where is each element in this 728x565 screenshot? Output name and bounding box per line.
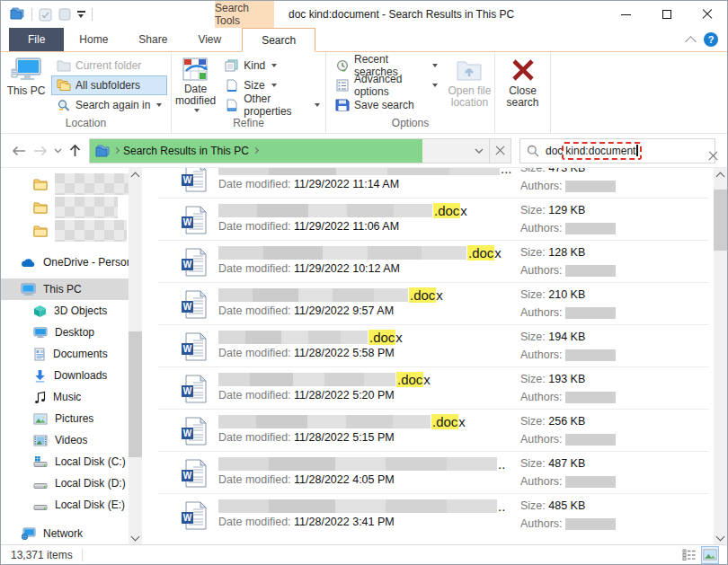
recent-locations-chevron-icon[interactable] <box>51 140 64 162</box>
tab-view[interactable]: View <box>182 28 236 51</box>
forward-button <box>30 140 51 162</box>
file-extension: .docx <box>368 330 403 345</box>
up-button[interactable] <box>64 140 85 162</box>
tab-home[interactable]: Home <box>64 28 123 51</box>
kind-button[interactable]: Kind <box>219 56 325 75</box>
close-button[interactable] <box>687 1 727 28</box>
stop-refresh-button[interactable] <box>489 139 510 163</box>
all-subfolders-button[interactable]: All subfolders <box>51 75 167 95</box>
pinned-folder-item[interactable] <box>1 196 145 219</box>
help-icon[interactable]: ? <box>704 32 718 47</box>
pinned-folder-item[interactable] <box>1 172 145 196</box>
extension-tail: x <box>395 330 403 345</box>
sidebar-item-local-disk-d[interactable]: Local Disk (D:) <box>1 472 131 494</box>
file-row[interactable]: W .. Date modified: 11/28/2022 3:41 PM S… <box>158 494 709 533</box>
search-box[interactable]: doc kind:document <box>519 138 715 163</box>
sidebar-item-documents[interactable]: Documents <box>1 343 131 365</box>
redacted-file-name <box>218 373 395 386</box>
redacted-file-name <box>218 168 500 175</box>
sidebar-item-pictures[interactable]: Pictures <box>1 408 131 429</box>
sidebar-scrollbar[interactable] <box>129 168 142 544</box>
scroll-up-icon[interactable] <box>714 168 727 181</box>
file-row[interactable]: W .docx Date modified: 11/29/2022 11:06 … <box>158 199 709 241</box>
breadcrumb[interactable]: Search Results in This PC <box>90 139 469 163</box>
main-scrollbar-thumb[interactable] <box>714 190 727 251</box>
file-row[interactable]: W ... Date modified: 11/29/2022 11:14 AM… <box>158 168 709 199</box>
file-row[interactable]: W .docx Date modified: 11/28/2022 5:58 P… <box>158 325 709 367</box>
contextual-tab-search-tools[interactable]: Search Tools <box>215 1 274 28</box>
properties-icon[interactable] <box>39 8 52 22</box>
breadcrumb-root[interactable]: Search Results in This PC <box>123 145 249 157</box>
file-row[interactable]: W .docx Date modified: 11/29/2022 10:12 … <box>158 241 709 283</box>
dropdown-caret-icon <box>271 84 277 87</box>
redacted-authors <box>565 434 616 446</box>
thumbnail-view-icon[interactable] <box>702 547 718 563</box>
tab-share[interactable]: Share <box>123 28 182 51</box>
redacted-file-name <box>218 415 431 428</box>
breadcrumb-chevron-icon[interactable] <box>253 147 259 154</box>
close-search-button[interactable]: Close search <box>498 55 548 109</box>
desktop-icon <box>33 326 48 339</box>
tab-file[interactable]: File <box>9 28 64 51</box>
other-properties-button[interactable]: Other properties <box>219 95 325 115</box>
file-meta: Size: 129 KB Authors: <box>520 201 616 237</box>
redacted-file-name <box>218 246 466 260</box>
file-name: .docx <box>218 328 403 346</box>
scroll-up-icon[interactable] <box>129 168 142 181</box>
dropdown-caret-icon <box>432 84 438 87</box>
scroll-down-icon[interactable] <box>714 531 727 544</box>
main-scrollbar[interactable] <box>714 168 727 544</box>
address-bar[interactable]: Search Results in This PC <box>89 138 511 163</box>
sidebar-item-3d-objects[interactable]: 3D Objects <box>1 300 131 322</box>
date-modified-button[interactable]: Date modified <box>172 55 219 112</box>
close-search-icon <box>510 57 537 84</box>
sidebar-item-local-disk-e[interactable]: Local Disk (E:) <box>1 494 131 516</box>
sidebar-item-music[interactable]: Music <box>1 386 131 408</box>
details-view-icon[interactable] <box>680 547 697 563</box>
sidebar-item-local-disk-c[interactable]: Local Disk (C:) <box>1 451 131 472</box>
file-name: .docx <box>218 286 443 304</box>
sidebar-item-downloads[interactable]: Downloads <box>1 365 131 386</box>
svg-text:W: W <box>183 302 192 312</box>
breadcrumb-chevron-icon[interactable] <box>113 147 120 154</box>
file-row[interactable]: W .docx Date modified: 11/28/2022 5:15 P… <box>158 410 709 452</box>
local-disk-d-icon <box>33 477 48 490</box>
sidebar-item-desktop[interactable]: Desktop <box>1 322 131 343</box>
tab-search[interactable]: Search <box>242 28 315 52</box>
this-pc-button[interactable]: This PC <box>1 55 51 97</box>
file-row[interactable]: W .. Date modified: 11/28/2022 4:05 PM S… <box>158 452 709 494</box>
file-name: ... <box>218 168 512 177</box>
search-icon <box>527 145 539 157</box>
extension-tail: x <box>458 414 466 429</box>
sidebar-scrollbar-thumb[interactable] <box>129 331 142 457</box>
collapse-ribbon-icon[interactable] <box>685 36 697 48</box>
new-folder-icon[interactable] <box>58 8 71 21</box>
back-button[interactable] <box>8 140 30 162</box>
scroll-down-icon[interactable] <box>129 531 142 544</box>
maximize-button[interactable] <box>646 1 687 28</box>
sidebar-item-this-pc[interactable]: This PC <box>1 278 131 300</box>
pinned-folder-item[interactable] <box>1 219 145 243</box>
minimize-button[interactable] <box>606 1 646 28</box>
sidebar-item-network[interactable]: Network <box>1 523 131 544</box>
address-dropdown-chevron-icon[interactable] <box>469 139 489 163</box>
file-authors: Authors: <box>520 306 616 319</box>
search-query-highlighted[interactable]: kind:document <box>565 145 635 157</box>
save-search-button[interactable]: Save search <box>330 95 443 115</box>
file-row[interactable]: W .docx Date modified: 11/29/2022 9:57 A… <box>158 283 709 325</box>
redacted-authors <box>565 349 616 361</box>
file-meta: Size: 128 KB Authors: <box>520 243 616 279</box>
search-match-highlight: .doc <box>431 414 458 429</box>
truncation-dots: ... <box>501 168 512 176</box>
customize-toolbar-chevron-icon[interactable] <box>77 11 85 18</box>
sidebar-item-onedrive[interactable]: OneDrive - Person <box>1 252 131 273</box>
dropdown-caret-icon <box>194 109 200 112</box>
search-again-in-button[interactable]: Search again in <box>51 95 167 115</box>
search-query-prefix[interactable]: doc <box>546 145 563 157</box>
sidebar-item-videos[interactable]: Videos <box>1 429 131 451</box>
file-row[interactable]: W .docx Date modified: 11/28/2022 5:20 P… <box>158 367 709 410</box>
ribbon-group-options: Recent searches Advanced options <box>326 52 495 133</box>
advanced-options-button[interactable]: Advanced options <box>330 75 443 95</box>
word-document-icon: W <box>181 501 208 530</box>
file-extension: ... <box>501 168 512 176</box>
